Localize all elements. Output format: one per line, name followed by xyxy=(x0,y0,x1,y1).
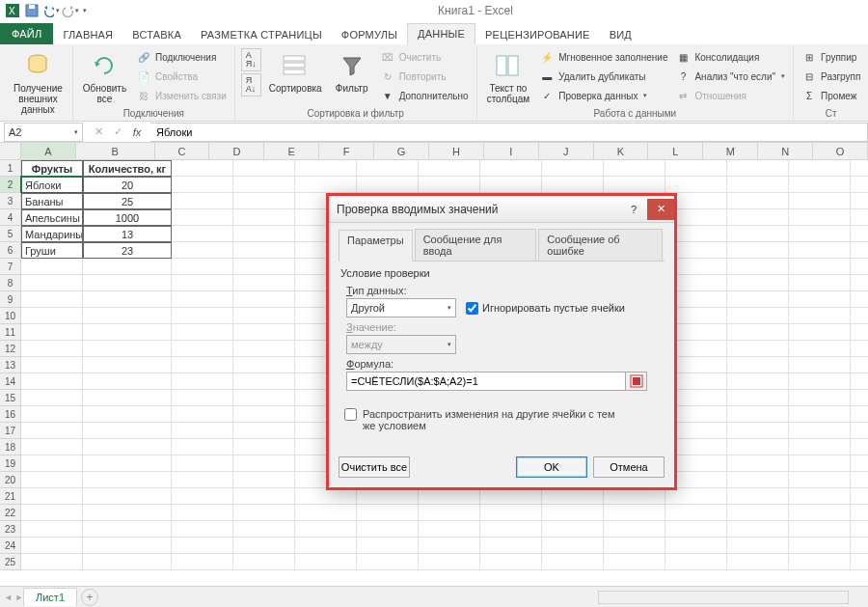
ok-button[interactable]: OK xyxy=(516,456,587,478)
cell[interactable] xyxy=(851,341,868,357)
cell[interactable] xyxy=(21,324,83,341)
row-header[interactable]: 9 xyxy=(0,291,21,308)
cell[interactable] xyxy=(419,521,480,538)
column-header[interactable]: H xyxy=(429,143,484,160)
cell[interactable] xyxy=(851,538,868,554)
cell[interactable] xyxy=(172,423,233,439)
data-validation-button[interactable]: ✓Проверка данных▾ xyxy=(537,87,669,104)
close-button[interactable]: ✕ xyxy=(647,199,674,220)
cell[interactable] xyxy=(851,373,868,390)
cell[interactable] xyxy=(233,373,295,390)
cell[interactable] xyxy=(665,554,727,570)
cell[interactable] xyxy=(172,324,233,341)
cell[interactable] xyxy=(604,160,665,177)
cell[interactable] xyxy=(172,406,233,423)
text-to-columns-button[interactable]: Текст по столбцам xyxy=(483,48,534,106)
cell[interactable] xyxy=(83,455,172,472)
column-header[interactable]: K xyxy=(594,143,649,160)
cell[interactable] xyxy=(727,423,789,439)
column-header[interactable]: G xyxy=(374,143,429,160)
row-header[interactable]: 14 xyxy=(0,373,21,390)
cell[interactable] xyxy=(233,521,295,538)
column-header[interactable]: L xyxy=(648,143,703,160)
column-header[interactable]: I xyxy=(484,143,539,160)
filter-button[interactable]: Фильтр xyxy=(330,48,374,96)
ungroup-button[interactable]: ⊟Разгрупп xyxy=(800,68,862,85)
cell[interactable] xyxy=(789,160,851,177)
cell[interactable] xyxy=(542,505,604,521)
cell[interactable] xyxy=(789,324,851,341)
cell[interactable] xyxy=(172,357,233,373)
column-header[interactable]: D xyxy=(209,143,264,160)
subtotal-button[interactable]: ΣПромеж xyxy=(800,87,862,104)
cell[interactable] xyxy=(727,275,789,291)
cell[interactable] xyxy=(604,538,665,554)
row-header[interactable]: 12 xyxy=(0,341,21,357)
tab-formulas[interactable]: ФОРМУЛЫ xyxy=(332,25,407,44)
cell[interactable] xyxy=(480,177,542,193)
cell[interactable] xyxy=(727,521,789,538)
cell[interactable] xyxy=(233,259,295,275)
cell[interactable] xyxy=(172,538,233,554)
cell[interactable] xyxy=(357,160,419,177)
cell[interactable] xyxy=(172,472,233,488)
cell[interactable] xyxy=(851,193,868,209)
row-header[interactable]: 24 xyxy=(0,538,21,554)
cell[interactable] xyxy=(419,160,480,177)
row-header[interactable]: 20 xyxy=(0,472,21,488)
cell[interactable] xyxy=(727,390,789,406)
cell[interactable] xyxy=(789,373,851,390)
row-header[interactable]: 8 xyxy=(0,275,21,291)
sort-desc-button[interactable]: ЯА↓ xyxy=(241,73,261,97)
cell[interactable] xyxy=(789,406,851,423)
cell[interactable] xyxy=(357,488,419,505)
save-icon[interactable] xyxy=(23,2,41,19)
cell[interactable] xyxy=(542,160,604,177)
cell[interactable] xyxy=(172,275,233,291)
row-header[interactable]: 21 xyxy=(0,488,21,505)
cell[interactable] xyxy=(851,488,868,505)
cell[interactable] xyxy=(295,160,357,177)
cell[interactable] xyxy=(21,521,83,538)
get-external-data-button[interactable]: Получение внешних данных xyxy=(10,48,67,117)
cell[interactable]: 13 xyxy=(83,226,172,242)
cell[interactable] xyxy=(233,193,295,209)
propagate-checkbox[interactable]: Распространить изменения на другие ячейк… xyxy=(344,408,665,431)
cell[interactable] xyxy=(789,505,851,521)
cell[interactable] xyxy=(727,324,789,341)
dialog-titlebar[interactable]: Проверка вводимых значений ? ✕ xyxy=(329,196,674,223)
cell[interactable] xyxy=(851,406,868,423)
cell[interactable] xyxy=(851,291,868,308)
cell[interactable]: 1000 xyxy=(83,209,172,226)
cell[interactable] xyxy=(542,554,604,570)
cell[interactable] xyxy=(83,423,172,439)
cell[interactable] xyxy=(851,160,868,177)
tab-home[interactable]: ГЛАВНАЯ xyxy=(53,25,122,44)
cell[interactable] xyxy=(789,177,851,193)
cell[interactable] xyxy=(480,505,542,521)
cell[interactable] xyxy=(172,488,233,505)
range-picker-icon[interactable] xyxy=(626,372,647,391)
row-header[interactable]: 15 xyxy=(0,390,21,406)
remove-duplicates-button[interactable]: ▬Удалить дубликаты xyxy=(537,68,669,85)
cell[interactable] xyxy=(851,455,868,472)
excel-icon[interactable]: X xyxy=(4,2,21,19)
cell[interactable] xyxy=(665,505,727,521)
cell[interactable] xyxy=(295,505,357,521)
cell[interactable] xyxy=(233,455,295,472)
cell[interactable] xyxy=(419,554,480,570)
cell[interactable] xyxy=(21,373,83,390)
connections-button[interactable]: 🔗Подключения xyxy=(134,48,229,66)
cell[interactable] xyxy=(83,390,172,406)
cell[interactable]: Груши xyxy=(21,242,83,259)
cell[interactable]: 23 xyxy=(83,242,172,259)
cell[interactable] xyxy=(542,521,604,538)
dialog-tab-input-message[interactable]: Сообщение для ввода xyxy=(415,229,537,261)
cell[interactable] xyxy=(727,472,789,488)
cell[interactable] xyxy=(172,390,233,406)
cell[interactable] xyxy=(851,177,868,193)
cell[interactable]: Бананы xyxy=(21,193,83,209)
cell[interactable] xyxy=(604,177,665,193)
cell[interactable] xyxy=(295,177,357,193)
cell[interactable] xyxy=(727,439,789,455)
